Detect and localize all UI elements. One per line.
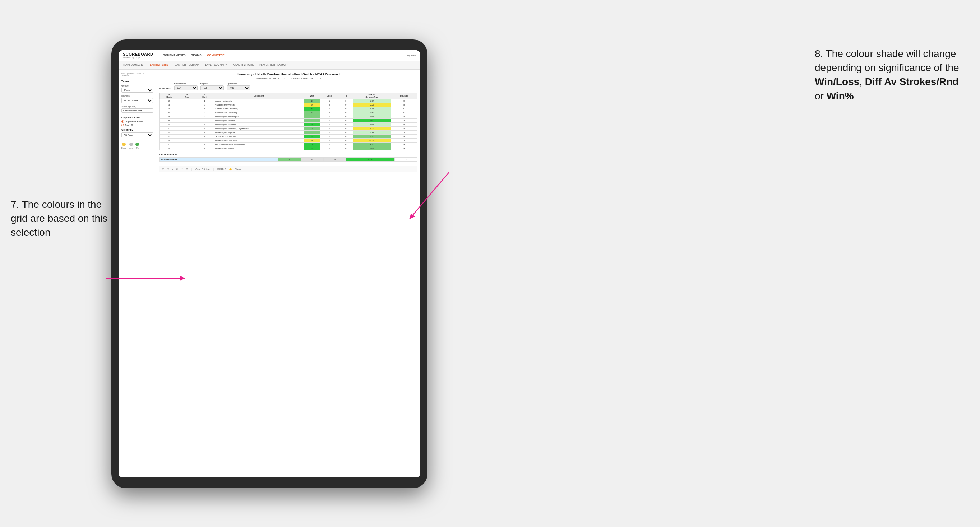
colour-by-title: Colour by — [121, 129, 153, 131]
cell-opponent: University of Oklahoma — [214, 138, 304, 143]
sidebar-gender-select[interactable]: Men's — [121, 87, 153, 93]
colour-down-circle — [122, 143, 126, 146]
table-row: 10 5 University of Alabama 3 0 0 2.61 8 — [159, 123, 417, 127]
conference-filter: Conference (All) — [174, 83, 197, 90]
cell-reg — [179, 127, 196, 131]
sub-nav-team-summary[interactable]: TEAM SUMMARY — [123, 63, 143, 67]
cell-tie: 0 — [339, 99, 353, 103]
tablet-screen: SCOREBOARD Powered by clippd TOURNAMENTS… — [119, 50, 420, 478]
cell-reg — [179, 131, 196, 135]
cell-tie: 0 — [339, 123, 353, 127]
toolbar-redo[interactable]: ↪ — [167, 168, 169, 170]
cell-rounds: 9 — [391, 135, 417, 138]
toolbar-view[interactable]: View: Original — [195, 168, 210, 170]
cell-diff: -2.29 — [353, 103, 391, 107]
cell-reg — [179, 123, 196, 127]
sub-nav-player-summary[interactable]: PLAYER SUMMARY — [204, 63, 227, 67]
radio-opponents-played[interactable]: Opponents Played — [121, 120, 153, 123]
table-row: 6 2 Florida State University 4 2 0 1.83 … — [159, 111, 417, 115]
cell-opponent: Texas Tech University — [214, 135, 304, 138]
cell-reg: - — [179, 107, 196, 111]
cell-loss: 0 — [320, 131, 339, 135]
cell-loss: 0 — [320, 123, 339, 127]
conference-filter-label: Conference — [174, 83, 197, 85]
region-filter-label: Region — [200, 83, 224, 85]
toolbar-share[interactable]: Share — [235, 168, 242, 170]
logo-sub: Powered by clippd — [123, 56, 153, 59]
cell-rank: 16 — [159, 146, 179, 151]
toolbar-clone[interactable]: ⊞ — [176, 168, 178, 170]
cell-rank: 8 — [159, 115, 179, 119]
cell-conf: 2 — [196, 115, 214, 119]
cell-opponent: University of Washington — [214, 115, 304, 119]
cell-diff: 1.67 — [353, 99, 391, 103]
sidebar-division-select[interactable]: NCAA Division I — [121, 98, 153, 103]
col-diff: Diff AvStrokes/Rnd — [353, 93, 391, 99]
cell-rounds: 9 — [391, 99, 417, 103]
toolbar-clock[interactable]: ⏱ — [186, 168, 188, 170]
radio-opponents-played-label: Opponents Played — [125, 120, 144, 123]
separator: | — [404, 54, 405, 57]
cell-win: 0 — [304, 103, 320, 107]
region-filter-select[interactable]: (All) — [200, 86, 224, 90]
cell-loss: 0 — [320, 143, 339, 146]
colour-by-select[interactable]: Win/loss — [121, 132, 153, 138]
nav-tournaments[interactable]: TOURNAMENTS — [163, 54, 185, 57]
cell-conf: 1 — [196, 107, 214, 111]
cell-win: 2 — [304, 127, 320, 131]
cell-rounds: 8 — [391, 103, 417, 107]
cell-loss: 0 — [320, 119, 339, 123]
table-row: 13 1 Texas Tech University 3 0 0 5.56 9 — [159, 135, 417, 138]
sidebar-school-input[interactable] — [121, 108, 153, 113]
opponent-filter-select[interactable]: (All) — [227, 86, 250, 90]
cell-rounds: 3 — [391, 115, 417, 119]
toolbar-thumbsup[interactable]: 👍 — [229, 168, 232, 170]
nav-committee[interactable]: COMMITTEE — [207, 54, 224, 57]
nav-teams[interactable]: TEAMS — [191, 54, 202, 57]
radio-top100[interactable]: Top 100 — [121, 124, 153, 126]
out-division-rounds: 3 — [395, 157, 417, 162]
out-of-division-row: NCAA Division II 1 0 0 26.00 3 — [159, 157, 417, 162]
cell-tie: 0 — [339, 119, 353, 123]
cell-tie: 0 — [339, 103, 353, 107]
cell-reg — [179, 119, 196, 123]
annotation-right: 8. The colour shade will change dependin… — [815, 47, 969, 103]
colour-level-circle — [129, 143, 133, 146]
annotation-left: 7. The colours in the grid are based on … — [11, 197, 108, 240]
radio-top100-dot — [121, 124, 124, 126]
cell-conf: 1 — [196, 99, 214, 103]
sign-out-link[interactable]: Sign out — [407, 54, 416, 57]
table-row: 16 2 University of Florida 3 1 0 6.62 9 — [159, 146, 417, 151]
cell-reg — [179, 146, 196, 151]
conference-filter-select[interactable]: (All) — [174, 86, 197, 90]
col-rank: #Rank — [159, 93, 179, 99]
toolbar-scissors[interactable]: ✂ — [181, 168, 183, 170]
cell-reg — [179, 143, 196, 146]
toolbar-undo[interactable]: ↩ — [162, 168, 164, 170]
cell-loss: 0 — [320, 115, 339, 119]
toolbar-watch[interactable]: Watch ▾ — [216, 168, 226, 170]
out-of-division-title: Out of division — [159, 153, 417, 156]
cell-diff: 4.50 — [353, 143, 391, 146]
col-opponent: Opponent — [214, 93, 304, 99]
sub-nav-player-h2h-heatmap[interactable]: PLAYER H2H HEATMAP — [259, 63, 287, 67]
table-row: 3 2 Vanderbilt University 0 4 0 -2.29 8 — [159, 103, 417, 107]
opponent-filter-label: Opponent — [227, 83, 250, 85]
cell-tie: 0 — [339, 131, 353, 135]
cell-reg — [179, 111, 196, 115]
sub-nav-team-h2h-heatmap[interactable]: TEAM H2H HEATMAP — [173, 63, 199, 67]
colour-up-label: Up — [136, 147, 138, 149]
cell-diff: 3.67 — [353, 115, 391, 119]
nav-links: TOURNAMENTS TEAMS COMMITTEE — [163, 54, 224, 57]
cell-opponent: University of Alabama — [214, 123, 304, 127]
sub-nav-team-h2h-grid[interactable]: TEAM H2H GRID — [148, 63, 168, 67]
sub-nav-player-h2h-grid[interactable]: PLAYER H2H GRID — [232, 63, 255, 67]
cell-opponent: Auburn University — [214, 99, 304, 103]
cell-rounds: 8 — [391, 123, 417, 127]
toolbar-back[interactable]: ‹ — [172, 168, 173, 170]
cell-rank: 11 — [159, 127, 179, 131]
bottom-toolbar: ↩ ↪ ‹ ⊞ ✂ ⏱ | View: Original | Watch ▾ 👍… — [159, 166, 417, 172]
cell-opponent: University of Arizona — [214, 119, 304, 123]
cell-diff: 2.33 — [353, 131, 391, 135]
out-of-division-table: NCAA Division II 1 0 0 26.00 3 — [159, 157, 417, 162]
